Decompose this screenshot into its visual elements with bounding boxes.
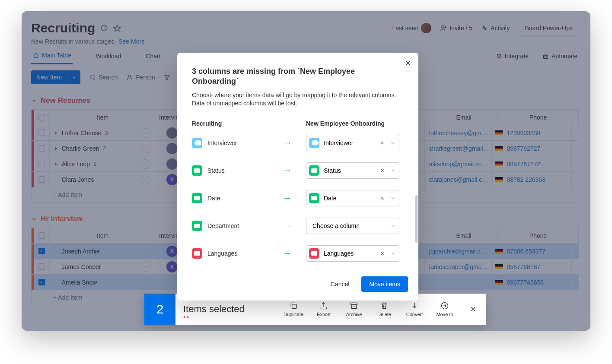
clear-selection[interactable]: ×: [379, 166, 386, 175]
column-type-icon: [192, 248, 202, 259]
chevron-down-icon: [390, 196, 395, 201]
modal-close-button[interactable]: [403, 58, 413, 68]
modal-right-head: New Employee Onboarding: [306, 120, 404, 127]
mapping-row: Department → Choose a column: [192, 218, 404, 234]
dropdown-label: Status: [324, 167, 374, 174]
destination-dropdown[interactable]: Languages ×: [306, 245, 399, 262]
column-type-icon: [309, 138, 319, 148]
export-label: Export: [317, 312, 331, 317]
svg-rect-15: [292, 304, 296, 309]
duplicate-action[interactable]: Duplicate: [278, 301, 309, 317]
close-icon: [469, 305, 477, 313]
export-action[interactable]: Export: [309, 301, 339, 317]
selection-label: Items selected: [175, 304, 278, 315]
source-column-label: Status: [207, 167, 225, 174]
source-column-label: Date: [207, 195, 220, 202]
chevron-down-icon: [390, 140, 395, 146]
source-column-label: Interviewer: [207, 139, 237, 146]
arrow-right-icon: →: [283, 165, 306, 176]
column-type-icon: [309, 165, 319, 176]
move-items-button[interactable]: Move items: [361, 276, 408, 292]
arrow-right-icon: →: [283, 220, 306, 231]
modal-left-head: Recruiting: [192, 120, 283, 127]
clear-selection[interactable]: ×: [379, 138, 386, 147]
column-type-icon: [309, 248, 319, 259]
source-column-label: Languages: [207, 250, 237, 257]
column-type-icon: [192, 193, 202, 203]
chevron-down-icon: [390, 168, 395, 173]
dropdown-label: Choose a column: [312, 222, 386, 229]
mapping-row: Languages → Languages ×: [192, 245, 404, 262]
modal-scrollbar[interactable]: [415, 195, 418, 243]
modal-title: 3 columns are missing from `New Employee…: [192, 66, 404, 87]
clear-selection[interactable]: ×: [379, 249, 386, 258]
delete-label: Delete: [377, 312, 391, 317]
clear-selection[interactable]: ×: [379, 193, 386, 203]
archive-action[interactable]: Archive: [339, 301, 369, 317]
moveto-label: Move to: [436, 312, 453, 317]
chevron-down-icon: [390, 251, 395, 256]
dropdown-label: Languages: [324, 250, 374, 257]
selection-close[interactable]: [460, 294, 486, 325]
dropdown-label: Date: [324, 195, 374, 202]
delete-action[interactable]: Delete: [369, 301, 399, 317]
source-column-label: Department: [207, 222, 239, 229]
arrow-right-icon: →: [283, 248, 306, 259]
moveto-action[interactable]: Move to: [430, 301, 460, 317]
destination-dropdown[interactable]: Status ×: [306, 162, 399, 179]
column-type-icon: [192, 221, 202, 231]
destination-dropdown[interactable]: Date ×: [306, 190, 399, 206]
destination-dropdown[interactable]: Interviewer ×: [306, 135, 399, 151]
mapping-row: Interviewer → Interviewer ×: [192, 135, 404, 151]
convert-action[interactable]: Convert: [399, 301, 430, 317]
column-type-icon: [309, 193, 319, 203]
column-type-icon: [192, 165, 202, 176]
selection-dots: ••: [183, 313, 190, 321]
arrow-right-icon: →: [283, 137, 306, 149]
convert-label: Convert: [406, 312, 423, 317]
cancel-button[interactable]: Cancel: [324, 276, 357, 292]
modal-subtitle: Choose where your items data will go by …: [192, 91, 404, 108]
destination-dropdown[interactable]: Choose a column: [306, 218, 399, 234]
svg-rect-16: [351, 303, 357, 304]
archive-label: Archive: [346, 312, 362, 317]
duplicate-label: Duplicate: [284, 312, 303, 317]
move-items-modal: 3 columns are missing from `New Employee…: [177, 53, 418, 301]
arrow-right-icon: →: [283, 193, 306, 204]
mapping-row: Date → Date ×: [192, 190, 404, 206]
close-icon: [405, 60, 411, 66]
column-type-icon: [192, 138, 202, 148]
dropdown-label: Interviewer: [324, 139, 374, 146]
chevron-down-icon: [390, 223, 395, 228]
mapping-row: Status → Status ×: [192, 162, 404, 179]
selection-count: 2: [144, 294, 175, 325]
